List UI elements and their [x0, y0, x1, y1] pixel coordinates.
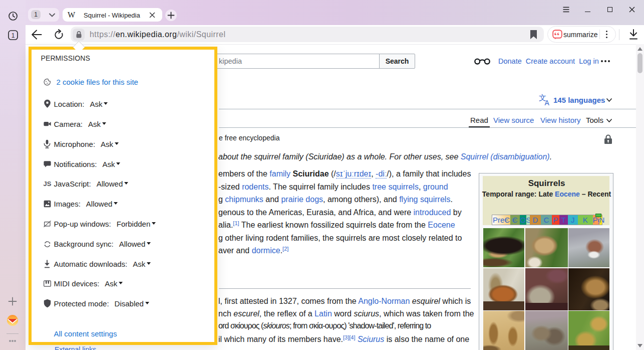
svg-text:A: A — [545, 99, 550, 106]
svg-text:1: 1 — [12, 32, 15, 39]
